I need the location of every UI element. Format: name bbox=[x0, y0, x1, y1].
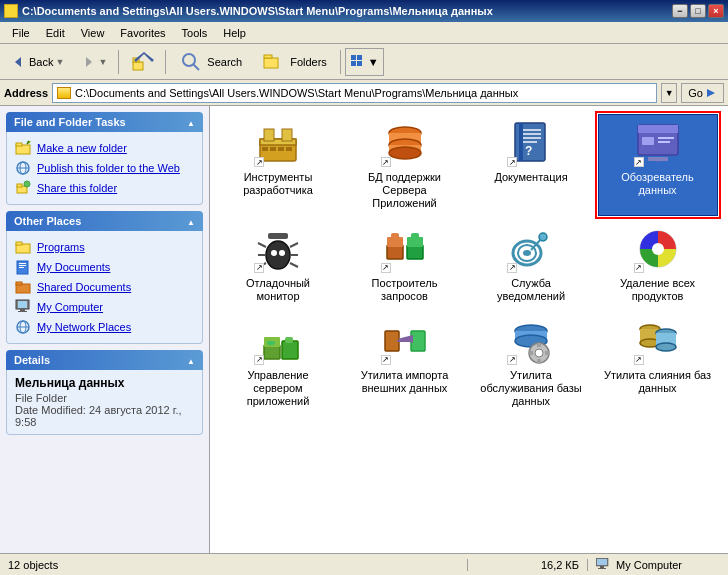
window-icon bbox=[4, 4, 18, 18]
toolbar-separator-3 bbox=[340, 50, 341, 74]
toolbar: Back ▼ ▼ Search bbox=[0, 44, 728, 80]
address-path: C:\Documents and Settings\All Users.WIND… bbox=[75, 87, 518, 99]
svg-rect-12 bbox=[357, 61, 362, 66]
address-dropdown[interactable]: ▼ bbox=[661, 83, 677, 103]
shortcut-arrow-icon: ↗ bbox=[254, 157, 264, 167]
menu-edit[interactable]: Edit bbox=[38, 25, 73, 41]
make-folder-link[interactable]: Make a new folder bbox=[15, 138, 194, 158]
svg-rect-93 bbox=[285, 337, 293, 343]
svg-rect-29 bbox=[19, 267, 24, 268]
programs-icon bbox=[15, 239, 31, 255]
svg-point-74 bbox=[271, 250, 277, 256]
other-collapse-icon bbox=[187, 215, 195, 227]
file-item[interactable]: ↗Удаление всех продуктов bbox=[598, 220, 718, 308]
svg-rect-77 bbox=[407, 245, 423, 259]
tasks-body: Make a new folder Publish this folder to… bbox=[6, 132, 203, 205]
view-button[interactable]: ▼ bbox=[345, 48, 384, 76]
svg-rect-33 bbox=[18, 301, 27, 308]
menu-favorites[interactable]: Favorites bbox=[112, 25, 173, 41]
back-button[interactable]: Back ▼ bbox=[4, 48, 71, 76]
svg-point-84 bbox=[523, 250, 531, 256]
folders-button[interactable]: Folders bbox=[253, 48, 336, 76]
shareddocs-link[interactable]: Shared Documents bbox=[15, 277, 194, 297]
mycomp-link[interactable]: My Computer bbox=[15, 297, 194, 317]
svg-point-88 bbox=[652, 243, 664, 255]
file-item[interactable]: ↗Утилита импорта внешних данных bbox=[345, 312, 465, 414]
file-item[interactable]: ↗Утилита обслуживания базы данных bbox=[471, 312, 591, 414]
mydocs-link[interactable]: My Documents bbox=[15, 257, 194, 277]
file-item[interactable]: ↗Служба уведомлений bbox=[471, 220, 591, 308]
go-button[interactable]: Go bbox=[681, 83, 724, 103]
address-input[interactable]: C:\Documents and Settings\All Users.WIND… bbox=[52, 83, 657, 103]
svg-rect-63 bbox=[658, 141, 670, 143]
svg-rect-89 bbox=[264, 345, 280, 359]
forward-button[interactable]: ▼ bbox=[73, 48, 114, 76]
svg-rect-66 bbox=[268, 233, 288, 239]
computer-icon bbox=[596, 558, 612, 572]
file-item[interactable]: ↗Обозреватель данных bbox=[598, 114, 718, 216]
shortcut-arrow-icon: ↗ bbox=[507, 263, 517, 273]
share-link[interactable]: Share this folder bbox=[15, 178, 194, 198]
svg-rect-92 bbox=[282, 341, 298, 359]
address-folder-icon bbox=[57, 87, 71, 99]
shortcut-arrow-icon: ↗ bbox=[507, 157, 517, 167]
file-icon-wrapper: ↗ bbox=[507, 225, 555, 273]
other-header[interactable]: Other Places bbox=[6, 211, 203, 231]
shortcut-arrow-icon: ↗ bbox=[381, 157, 391, 167]
file-label: Управление сервером приложений bbox=[223, 369, 333, 409]
view-dropdown-arrow: ▼ bbox=[368, 56, 379, 68]
minimize-button[interactable]: − bbox=[672, 4, 688, 18]
other-body: Programs My Documents bbox=[6, 231, 203, 344]
details-header[interactable]: Details bbox=[6, 350, 203, 370]
file-item[interactable]: ↗Инструменты разработчика bbox=[218, 114, 338, 216]
svg-point-67 bbox=[266, 241, 290, 269]
svg-point-102 bbox=[535, 349, 543, 357]
file-item[interactable]: ↗Отладочный монитор bbox=[218, 220, 338, 308]
maximize-button[interactable]: □ bbox=[690, 4, 706, 18]
file-icon-wrapper: ↗ bbox=[254, 225, 302, 273]
details-modified: Date Modified: 24 августа 2012 г., 9:58 bbox=[15, 404, 194, 428]
svg-rect-62 bbox=[658, 137, 674, 139]
svg-text:?: ? bbox=[525, 144, 532, 158]
file-label: Отладочный монитор bbox=[223, 277, 333, 303]
menu-file[interactable]: File bbox=[4, 25, 38, 41]
publish-link[interactable]: Publish this folder to the Web bbox=[15, 158, 194, 178]
up-icon bbox=[130, 50, 154, 74]
file-item[interactable]: ?↗Документация bbox=[471, 114, 591, 216]
close-button[interactable]: × bbox=[708, 4, 724, 18]
svg-rect-57 bbox=[523, 141, 537, 143]
file-item[interactable]: ↗БД поддержки Сервера Приложений bbox=[345, 114, 465, 216]
programs-link[interactable]: Programs bbox=[15, 237, 194, 257]
file-label: Утилита слияния баз данных bbox=[603, 369, 713, 395]
file-item[interactable]: ↗Управление сервером приложений bbox=[218, 312, 338, 414]
file-label: Утилита импорта внешних данных bbox=[350, 369, 460, 395]
menu-view[interactable]: View bbox=[73, 25, 113, 41]
network-link[interactable]: My Network Places bbox=[15, 317, 194, 337]
svg-rect-94 bbox=[385, 331, 399, 351]
search-button[interactable]: Search bbox=[170, 48, 251, 76]
title-bar-buttons: − □ × bbox=[672, 4, 724, 18]
status-size: 16,2 КБ bbox=[468, 559, 588, 571]
tasks-header[interactable]: File and Folder Tasks bbox=[6, 112, 203, 132]
svg-rect-41 bbox=[264, 129, 274, 141]
status-count: 12 objects bbox=[0, 559, 468, 571]
file-item[interactable]: ↗Построитель запросов bbox=[345, 220, 465, 308]
file-label: Удаление всех продуктов bbox=[603, 277, 713, 303]
file-label: Служба уведомлений bbox=[476, 277, 586, 303]
svg-rect-76 bbox=[387, 245, 403, 259]
file-item[interactable]: ↗Утилита слияния баз данных bbox=[598, 312, 718, 414]
svg-rect-53 bbox=[519, 123, 523, 161]
menu-tools[interactable]: Tools bbox=[174, 25, 216, 41]
toolbar-separator-2 bbox=[165, 50, 166, 74]
svg-marker-0 bbox=[15, 57, 21, 67]
up-button[interactable] bbox=[123, 48, 161, 76]
window-title: C:\Documents and Settings\All Users.WIND… bbox=[22, 5, 493, 17]
mydocs-icon bbox=[15, 259, 31, 275]
share-icon bbox=[15, 180, 31, 196]
svg-line-71 bbox=[290, 243, 298, 247]
network-icon bbox=[15, 319, 31, 335]
forward-arrow: ▼ bbox=[98, 57, 107, 67]
menu-help[interactable]: Help bbox=[215, 25, 254, 41]
file-icon-wrapper: ↗ bbox=[381, 225, 429, 273]
file-label: Документация bbox=[494, 171, 567, 184]
